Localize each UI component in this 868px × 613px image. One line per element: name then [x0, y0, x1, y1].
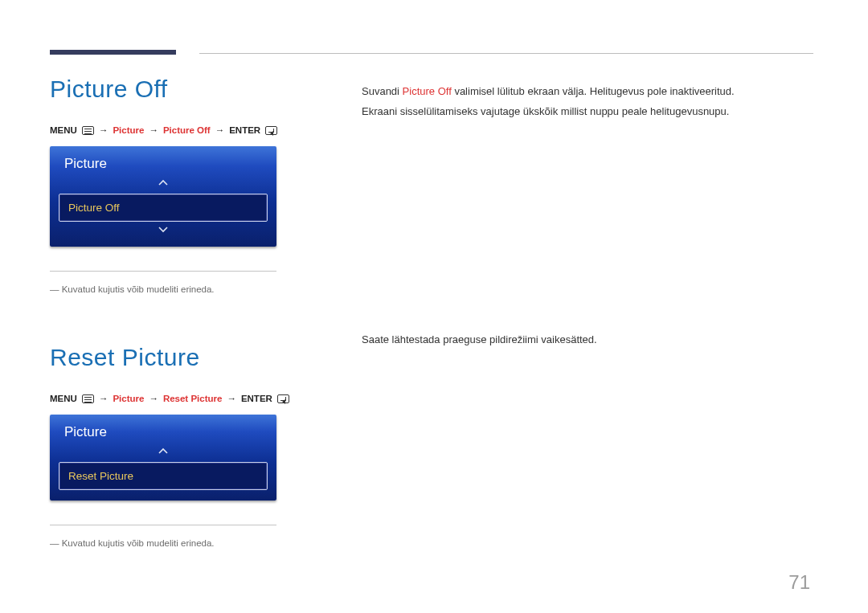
osd-title: Picture	[50, 146, 276, 177]
note-divider	[50, 271, 276, 272]
arrow-icon: →	[99, 394, 108, 403]
path-enter-label: ENTER	[229, 125, 260, 135]
nav-path-picture-off: MENU → Picture → Picture Off → ENTER	[50, 125, 323, 135]
top-divider	[199, 53, 813, 54]
osd-option-picture-off[interactable]: Picture Off	[59, 194, 267, 221]
left-column: Picture Off MENU → Picture → Picture Off…	[50, 74, 323, 548]
nav-path-reset-picture: MENU → Picture → Reset Picture → ENTER	[50, 394, 323, 403]
body-highlight: Picture Off	[403, 85, 452, 97]
path-level-1: Picture	[113, 394, 144, 403]
reset-picture-description: Saate lähtestada praeguse pildirežiimi v…	[362, 330, 813, 350]
image-may-vary-note: ― Kuvatud kujutis võib mudeliti erineda.	[50, 284, 323, 294]
arrow-icon: →	[149, 125, 158, 135]
image-may-vary-note: ― Kuvatud kujutis võib mudeliti erineda.	[50, 538, 323, 548]
path-level-2: Picture Off	[163, 125, 211, 135]
picture-off-description-1: Suvandi Picture Off valimisel lülitub ek…	[362, 82, 813, 102]
note-divider	[50, 525, 276, 525]
chevron-up-icon[interactable]	[50, 177, 276, 191]
menu-icon	[82, 126, 94, 135]
path-menu-label: MENU	[50, 394, 77, 403]
section-title-picture-off: Picture Off	[50, 76, 323, 103]
section-title-reset-picture: Reset Picture	[50, 344, 323, 371]
path-menu-label: MENU	[50, 125, 77, 135]
body-prefix: Suvandi	[362, 85, 403, 97]
enter-icon	[277, 394, 289, 403]
osd-panel-reset-picture: Picture Reset Picture	[50, 415, 276, 501]
path-level-2: Reset Picture	[163, 394, 223, 403]
content-columns: Picture Off MENU → Picture → Picture Off…	[50, 50, 813, 548]
enter-icon	[265, 126, 277, 135]
arrow-icon: →	[149, 394, 158, 403]
osd-option-reset-picture[interactable]: Reset Picture	[59, 463, 267, 489]
body-suffix: valimisel lülitub ekraan välja. Helituge…	[452, 85, 735, 97]
arrow-icon: →	[99, 125, 108, 135]
picture-off-description-2: Ekraani sisselülitamiseks vajutage ükskõ…	[362, 102, 813, 122]
chevron-down-icon[interactable]	[50, 224, 276, 239]
arrow-icon: →	[227, 394, 236, 403]
menu-icon	[82, 394, 94, 403]
page-number: 71	[788, 571, 810, 594]
path-level-1: Picture	[113, 125, 144, 135]
osd-title: Picture	[50, 415, 276, 445]
osd-panel-picture-off: Picture Picture Off	[50, 146, 276, 247]
right-column: Suvandi Picture Off valimisel lülitub ek…	[362, 74, 813, 548]
arrow-icon: →	[215, 125, 225, 135]
title-accent-bar	[50, 50, 176, 55]
path-enter-label: ENTER	[241, 394, 272, 403]
chevron-up-icon[interactable]	[50, 445, 276, 460]
